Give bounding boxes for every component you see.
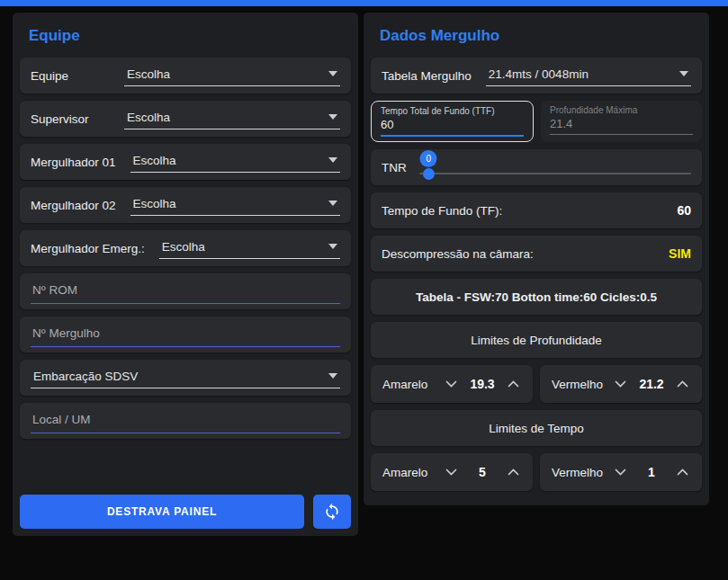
amarelo-profundidade-stepper: Amarelo 19.3: [371, 365, 533, 403]
mergulhador-02-row: Mergulhador 02 Escolha: [20, 187, 351, 223]
limites-tempo-steppers: Amarelo 5 Vermelho 1: [371, 453, 702, 491]
destrava-painel-button[interactable]: DESTRAVA PAINEL: [20, 495, 304, 529]
chevron-down-icon: [328, 373, 337, 379]
limites-tempo-title-row: Limites de Tempo: [371, 410, 702, 446]
mergulhador-02-select[interactable]: Escolha: [130, 195, 340, 216]
mergulhador-01-select[interactable]: Escolha: [130, 152, 340, 173]
tempo-fundo-label: Tempo de Fundo (TF):: [382, 204, 502, 218]
equipe-select[interactable]: Escolha: [124, 66, 340, 86]
chevron-up-icon[interactable]: [506, 465, 521, 479]
amarelo-profundidade-label: Amarelo: [382, 378, 444, 391]
ttf-input[interactable]: [381, 116, 524, 137]
ttf-profundidade-row: Tempo Total de Fundo (TTF) Profundidade …: [371, 101, 702, 142]
tabela-mergulho-row: Tabela Mergulho 21.4mts / 0048min: [371, 58, 702, 94]
chevron-down-icon: [328, 71, 337, 76]
limites-profundidade-title: Limites de Profundidade: [471, 334, 602, 347]
chevron-down-icon: [679, 71, 688, 76]
dados-mergulho-panel-title: Dados Mergulho: [371, 20, 702, 58]
chevron-down-icon: [328, 244, 337, 249]
tabela-mergulho-select[interactable]: 21.4mts / 0048min: [486, 66, 691, 86]
tabela-info-row: Tabela - FSW:70 Botton time:60 Cicles:0.…: [371, 279, 702, 315]
supervisor-select[interactable]: Escolha: [124, 109, 340, 129]
amarelo-profundidade-value: 19.3: [470, 377, 495, 391]
chevron-down-icon[interactable]: [613, 465, 628, 479]
profundidade-field-box: Profundidade Máxima: [541, 101, 702, 142]
amarelo-tempo-label: Amarelo: [382, 466, 444, 479]
equipe-panel: Equipe Equipe Escolha Supervisor Escolha…: [13, 13, 358, 536]
profundidade-input: [550, 115, 693, 135]
mergulhador-emerg-row: Mergulhador Emerg.: Escolha: [20, 230, 351, 266]
chevron-down-icon[interactable]: [613, 377, 628, 391]
chevron-up-icon[interactable]: [675, 377, 690, 391]
descompressao-label: Descompressão na câmara:: [382, 247, 534, 261]
tempo-fundo-value: 60: [677, 203, 691, 218]
mergulhador-01-select-value: Escolha: [133, 154, 176, 167]
refresh-button[interactable]: [313, 495, 351, 529]
vermelho-profundidade-label: Vermelho: [552, 378, 613, 391]
tabela-mergulho-label: Tabela Mergulho: [382, 69, 472, 83]
vermelho-tempo-stepper: Vermelho 1: [540, 453, 702, 491]
chevron-down-icon: [328, 157, 337, 163]
embarcacao-row: Embarcação SDSV: [20, 360, 351, 396]
descompressao-value: SIM: [669, 246, 691, 261]
tnr-label: TNR: [382, 161, 407, 174]
tnr-slider-value-bubble: 0: [420, 150, 437, 167]
sync-icon: [323, 503, 341, 521]
mergulhador-emerg-select-value: Escolha: [162, 240, 205, 254]
tnr-slider-track[interactable]: [419, 173, 691, 174]
mergulhador-02-label: Mergulhador 02: [31, 199, 116, 212]
button-row: DESTRAVA PAINEL: [20, 495, 351, 529]
equipe-row: Equipe Escolha: [20, 58, 351, 94]
mergulhador-02-select-value: Escolha: [133, 197, 176, 210]
limites-profundidade-title-row: Limites de Profundidade: [371, 322, 702, 358]
local-row: [20, 403, 351, 439]
top-accent-bar: [0, 0, 728, 6]
equipe-select-value: Escolha: [127, 67, 170, 81]
tnr-slider-value: 0: [426, 154, 431, 164]
tnr-slider[interactable]: 0: [419, 149, 691, 185]
tnr-slider-thumb[interactable]: 0: [423, 168, 435, 180]
chevron-down-icon: [328, 114, 337, 120]
chevron-up-icon[interactable]: [675, 465, 690, 479]
amarelo-tempo-stepper: Amarelo 5: [371, 453, 533, 491]
embarcacao-select[interactable]: Embarcação SDSV: [31, 368, 340, 388]
amarelo-tempo-value: 5: [470, 465, 495, 479]
dados-mergulho-panel: Dados Mergulho Tabela Mergulho 21.4mts /…: [364, 13, 709, 505]
equipe-panel-title: Equipe: [20, 20, 351, 58]
rom-row: [20, 273, 351, 309]
limites-tempo-title: Limites de Tempo: [489, 422, 584, 435]
embarcacao-select-value: Embarcação SDSV: [33, 370, 138, 383]
chevron-down-icon[interactable]: [444, 465, 459, 479]
chevron-down-icon[interactable]: [444, 377, 459, 391]
descompressao-row: Descompressão na câmara: SIM: [371, 236, 702, 272]
chevron-down-icon: [328, 201, 337, 206]
supervisor-select-value: Escolha: [127, 111, 170, 124]
mergulhador-01-row: Mergulhador 01 Escolha: [20, 144, 351, 180]
limites-profundidade-steppers: Amarelo 19.3 Vermelho 21.2: [371, 365, 702, 403]
equipe-label: Equipe: [31, 69, 110, 83]
mergulhador-emerg-select[interactable]: Escolha: [159, 238, 340, 259]
vermelho-tempo-label: Vermelho: [552, 466, 613, 479]
tabela-mergulho-select-value: 21.4mts / 0048min: [489, 67, 589, 81]
supervisor-label: Supervisor: [31, 112, 110, 126]
vermelho-tempo-value: 1: [639, 465, 664, 479]
vermelho-profundidade-value: 21.2: [639, 377, 664, 391]
ttf-field-box: Tempo Total de Fundo (TTF): [371, 101, 534, 142]
mergulho-num-row: [20, 317, 351, 352]
ttf-field-label: Tempo Total de Fundo (TTF): [381, 106, 524, 116]
mergulhador-01-label: Mergulhador 01: [31, 156, 116, 169]
tempo-fundo-row: Tempo de Fundo (TF): 60: [371, 192, 702, 228]
mergulhador-emerg-label: Mergulhador Emerg.:: [31, 242, 145, 255]
profundidade-field-label: Profundidade Máxima: [550, 105, 693, 115]
tnr-row: TNR 0: [371, 149, 702, 185]
supervisor-row: Supervisor Escolha: [20, 101, 351, 137]
chevron-up-icon[interactable]: [506, 377, 521, 391]
vermelho-profundidade-stepper: Vermelho 21.2: [540, 365, 702, 403]
rom-input[interactable]: [31, 280, 340, 304]
mergulho-num-input[interactable]: [31, 323, 340, 347]
local-input[interactable]: [31, 409, 340, 433]
tabela-info-text: Tabela - FSW:70 Botton time:60 Cicles:0.…: [416, 290, 657, 304]
